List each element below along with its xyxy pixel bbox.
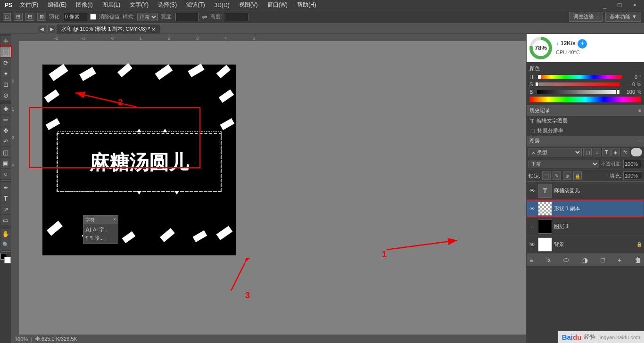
- marquee-tool[interactable]: ⬚: [0, 47, 11, 57]
- menu-view[interactable]: 视图(V): [237, 0, 260, 10]
- window-maximize[interactable]: □: [615, 1, 625, 8]
- fill-input[interactable]: [623, 172, 642, 180]
- layer-item-0[interactable]: 👁 T 麻糖汤圆儿: [527, 182, 644, 200]
- layers-options[interactable]: ≡: [638, 139, 641, 144]
- filter-toggle[interactable]: [631, 148, 642, 156]
- tab-bar: ◀ ▶ 水印 @ 100% (形状 1 副本, CMYK/8) * ×: [0, 24, 644, 34]
- layers-filter-select[interactable]: ∞ 类型: [528, 148, 582, 156]
- layer-item-1[interactable]: 👁 形状 1 副本: [527, 200, 644, 218]
- history-item-1[interactable]: ⬚ 拓展分辨率: [527, 126, 644, 136]
- filter-smart-btn[interactable]: fx: [621, 148, 629, 156]
- hue-value: 0: [624, 74, 637, 80]
- color-spectrum[interactable]: [529, 97, 641, 102]
- canvas-content[interactable]: 麻糖汤圆儿 2: [19, 41, 526, 335]
- menu-text[interactable]: 文字(Y): [128, 0, 150, 10]
- add-sel-btn[interactable]: ⊞: [14, 13, 23, 21]
- foreground-color[interactable]: [0, 253, 11, 263]
- eraser-tool[interactable]: ◫: [0, 147, 11, 157]
- tab-close[interactable]: ×: [152, 26, 155, 32]
- menu-select[interactable]: 选择(S): [156, 0, 179, 10]
- filter-adjust-btn[interactable]: ○: [593, 148, 601, 156]
- basic-func-btn[interactable]: 基本功能 ▼: [605, 12, 641, 22]
- clone-tool[interactable]: ✤: [0, 125, 11, 136]
- layer-group-btn[interactable]: □: [601, 256, 604, 264]
- filter-shape-btn[interactable]: ◈: [611, 148, 620, 156]
- text-tool[interactable]: T: [0, 193, 11, 204]
- gradient-tool[interactable]: ▣: [0, 158, 11, 168]
- antialias-check[interactable]: [90, 14, 96, 20]
- menu-file[interactable]: 文件(F): [18, 0, 40, 10]
- layer-vis-1[interactable]: 👁: [528, 205, 536, 212]
- move-tool[interactable]: ✛: [0, 36, 11, 46]
- lasso-tool[interactable]: ⟳: [0, 57, 11, 68]
- shape-tool[interactable]: ▭: [0, 215, 11, 225]
- eyedropper-tool[interactable]: ⊘: [0, 90, 11, 100]
- canvas-area: 0 1 2 3: [12, 41, 526, 335]
- layer-delete-btn[interactable]: 🗑: [635, 256, 641, 264]
- filter-type-btn[interactable]: T: [602, 148, 611, 156]
- layer-fx-btn[interactable]: fx: [546, 257, 551, 263]
- char-panel-close[interactable]: ×: [113, 217, 116, 223]
- menu-window[interactable]: 窗口(W): [265, 0, 289, 10]
- active-tab[interactable]: 水印 @ 100% (形状 1 副本, CMYK/8) * ×: [56, 24, 160, 33]
- menu-help[interactable]: 帮助(H): [295, 0, 318, 10]
- adjust-edge-btn[interactable]: 调整边缘...: [569, 12, 603, 22]
- layer-link-btn[interactable]: ≡: [529, 256, 533, 264]
- menu-3d[interactable]: 3D(D): [213, 1, 231, 9]
- layer-vis-0[interactable]: 👁: [528, 187, 536, 195]
- brightness-unit: %: [637, 90, 641, 95]
- history-options[interactable]: ≡: [638, 108, 641, 113]
- opacity-input[interactable]: [623, 160, 642, 168]
- style-select[interactable]: 正常: [137, 13, 158, 21]
- watermark-jingyan: 经验: [584, 333, 595, 341]
- filter-pixel-btn[interactable]: ⬚: [583, 148, 592, 156]
- sub-sel-btn[interactable]: ⊟: [25, 13, 34, 21]
- options-bar: □ ⊞ ⊟ ⊠ 羽化: 消除锯齿 样式: 正常 宽度: ⇌ 高度: 调整边缘..…: [0, 10, 644, 24]
- color-panel-options[interactable]: ≡: [638, 66, 641, 72]
- brush-tool[interactable]: ✏: [0, 114, 11, 125]
- layer-mask-btn[interactable]: ⬭: [563, 256, 569, 264]
- lock-position-btn[interactable]: ⊕: [563, 172, 571, 180]
- crop-tool[interactable]: ⊡: [0, 79, 11, 90]
- menu-filter[interactable]: 滤镜(T): [184, 0, 206, 10]
- hue-slider[interactable]: [537, 75, 622, 79]
- menu-image[interactable]: 图像(I): [74, 0, 94, 10]
- layer-item-2[interactable]: ○ 图层 1: [527, 218, 644, 236]
- svg-line-3: [231, 262, 245, 291]
- width-label: 宽度:: [161, 13, 173, 20]
- pen-tool[interactable]: ✒: [0, 182, 11, 193]
- tab-prev[interactable]: ◀: [38, 24, 46, 33]
- blend-mode-select[interactable]: 正常: [528, 160, 599, 168]
- window-minimize[interactable]: _: [600, 1, 609, 8]
- window-close[interactable]: ×: [630, 1, 639, 8]
- new-sel-btn[interactable]: □: [3, 13, 11, 21]
- menu-edit[interactable]: 编辑(E): [46, 0, 68, 10]
- menu-layer[interactable]: 图层(L): [100, 0, 123, 10]
- menu-ps[interactable]: PS: [5, 2, 12, 8]
- brightness-slider[interactable]: [537, 90, 620, 94]
- path-select-tool[interactable]: ↗: [0, 204, 11, 214]
- lock-image-btn[interactable]: ✎: [553, 172, 561, 180]
- layer-thumb-3: [538, 237, 552, 252]
- quick-select-tool[interactable]: ✦: [0, 68, 11, 79]
- lock-all-btn[interactable]: 🔒: [573, 172, 582, 180]
- lock-transparent-btn[interactable]: ⬚: [542, 172, 551, 180]
- history-item-0[interactable]: T 编辑文字图层: [527, 116, 644, 126]
- saturation-slider[interactable]: [537, 82, 620, 86]
- right-panel: 78% ↓ 12K/s + CPU 40°C 颜色 ≡: [526, 34, 644, 343]
- inter-sel-btn[interactable]: ⊠: [37, 13, 46, 21]
- spot-heal-tool[interactable]: ✚: [0, 104, 11, 114]
- layers-filter-row: ∞ 类型 ⬚ ○ T ◈ fx: [527, 147, 644, 158]
- hand-tool[interactable]: ✋: [0, 229, 11, 239]
- history-brush-tool[interactable]: ↶: [0, 136, 11, 147]
- layer-new-btn[interactable]: +: [618, 256, 621, 264]
- tab-next[interactable]: ▶: [48, 24, 56, 33]
- layer-item-3[interactable]: 👁 背景 🔒: [527, 236, 644, 253]
- layer-adjustment-btn[interactable]: ◑: [582, 256, 588, 264]
- feather-input[interactable]: [64, 13, 87, 21]
- blur-tool[interactable]: ○: [0, 169, 11, 179]
- layer-vis-3[interactable]: 👁: [528, 241, 536, 248]
- width-input[interactable]: [175, 13, 199, 21]
- height-input[interactable]: [225, 13, 248, 21]
- zoom-tool[interactable]: 🔍: [0, 239, 11, 250]
